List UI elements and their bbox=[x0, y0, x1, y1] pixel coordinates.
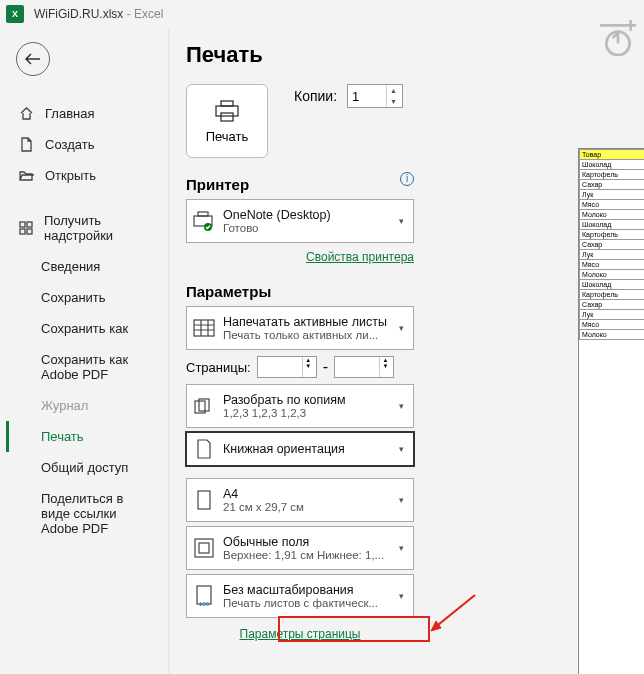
folder-open-icon bbox=[19, 168, 35, 183]
window-title: WiFiGiD.RU.xlsx - Excel bbox=[34, 7, 163, 21]
sidebar-item-save[interactable]: Сохранить bbox=[6, 282, 162, 313]
sidebar-item-saveas[interactable]: Сохранить как bbox=[6, 313, 162, 344]
preview-cell: Шоколад bbox=[580, 280, 645, 290]
preview-cell: Мясо bbox=[580, 320, 645, 330]
printer-properties-link[interactable]: Свойства принтера bbox=[306, 250, 414, 264]
svg-rect-1 bbox=[20, 222, 25, 227]
margins-dropdown[interactable]: Обычные поляВерхнее: 1,91 см Нижнее: 1,.… bbox=[186, 526, 414, 570]
chevron-down-icon: ▾ bbox=[399, 444, 409, 454]
sidebar-item-new[interactable]: Создать bbox=[6, 129, 162, 160]
svg-rect-15 bbox=[195, 539, 213, 557]
copies-up-icon[interactable]: ▲ bbox=[387, 85, 400, 96]
printer-dropdown[interactable]: OneNote (Desktop)Готово ▾ bbox=[186, 199, 414, 243]
preview-cell: Мясо bbox=[580, 200, 645, 210]
chevron-down-icon: ▾ bbox=[399, 216, 409, 226]
preview-cell: Лук bbox=[580, 310, 645, 320]
svg-rect-2 bbox=[27, 222, 32, 227]
svg-rect-16 bbox=[199, 543, 209, 553]
svg-rect-4 bbox=[27, 229, 32, 234]
copies-spinner[interactable]: ▲▼ bbox=[347, 84, 403, 108]
sidebar-item-home[interactable]: Главная bbox=[6, 98, 162, 129]
svg-rect-7 bbox=[221, 113, 233, 121]
chevron-down-icon: ▾ bbox=[399, 495, 409, 505]
preview-cell: Молоко bbox=[580, 330, 645, 340]
paper-icon bbox=[191, 490, 217, 510]
preview-cell: Молоко bbox=[580, 270, 645, 280]
page-setup-link[interactable]: Параметры страницы bbox=[240, 627, 361, 641]
pages-from[interactable]: ▲▼ bbox=[257, 356, 317, 378]
pages-label: Страницы: bbox=[186, 360, 251, 375]
preview-cell: Лук bbox=[580, 190, 645, 200]
scaling-icon: 100 bbox=[191, 585, 217, 607]
sheets-dropdown[interactable]: Напечатать активные листыПечать только а… bbox=[186, 306, 414, 350]
preview-cell: Мясо bbox=[580, 260, 645, 270]
chevron-down-icon: ▾ bbox=[399, 323, 409, 333]
copies-label: Копии: bbox=[294, 88, 337, 104]
sidebar-item-savepdf[interactable]: Сохранить как Adobe PDF bbox=[6, 344, 162, 390]
info-icon[interactable]: i bbox=[400, 172, 414, 186]
svg-rect-14 bbox=[198, 491, 210, 509]
svg-rect-5 bbox=[221, 101, 233, 106]
preview-cell: Картофель bbox=[580, 290, 645, 300]
home-icon bbox=[19, 106, 35, 121]
addins-icon bbox=[19, 221, 34, 236]
page-title: Печать bbox=[186, 42, 632, 68]
svg-text:100: 100 bbox=[199, 601, 210, 607]
copies-input[interactable] bbox=[348, 87, 386, 106]
back-button[interactable] bbox=[16, 42, 50, 76]
sidebar-item-share[interactable]: Общий доступ bbox=[6, 452, 162, 483]
svg-rect-11 bbox=[194, 320, 214, 336]
sidebar-item-info[interactable]: Сведения bbox=[6, 251, 162, 282]
sidebar-item-history: Журнал bbox=[6, 390, 162, 421]
portrait-icon bbox=[191, 439, 217, 459]
svg-rect-9 bbox=[198, 212, 208, 216]
print-button[interactable]: Печать bbox=[186, 84, 268, 158]
sheets-icon bbox=[191, 319, 217, 337]
svg-rect-6 bbox=[216, 106, 238, 116]
sidebar-item-sharelink[interactable]: Поделиться в виде ссылки Adobe PDF bbox=[6, 483, 162, 544]
sidebar-item-open[interactable]: Открыть bbox=[6, 160, 162, 191]
chevron-down-icon: ▾ bbox=[399, 543, 409, 553]
preview-cell: Сахар bbox=[580, 300, 645, 310]
preview-cell: Картофель bbox=[580, 170, 645, 180]
collate-icon bbox=[191, 397, 217, 415]
orientation-dropdown[interactable]: Книжная ориентация ▾ bbox=[186, 432, 414, 466]
preview-cell: Сахар bbox=[580, 180, 645, 190]
printer-icon bbox=[191, 210, 217, 232]
margins-icon bbox=[191, 538, 217, 558]
svg-rect-3 bbox=[20, 229, 25, 234]
excel-badge: X bbox=[6, 5, 24, 23]
preview-cell: Шоколад bbox=[580, 160, 645, 170]
preview-cell: Лук bbox=[580, 250, 645, 260]
sidebar-item-addins[interactable]: Получить надстройки bbox=[6, 205, 162, 251]
scaling-dropdown[interactable]: 100 Без масштабированияПечать листов с ф… bbox=[186, 574, 414, 618]
pages-to[interactable]: ▲▼ bbox=[334, 356, 394, 378]
paper-dropdown[interactable]: A421 см x 29,7 см ▾ bbox=[186, 478, 414, 522]
preview-cell: Шоколад bbox=[580, 220, 645, 230]
print-preview: Товар ШоколадКартофельСахарЛукМясоМолоко… bbox=[578, 148, 644, 674]
chevron-down-icon: ▾ bbox=[399, 591, 409, 601]
chevron-down-icon: ▾ bbox=[399, 401, 409, 411]
preview-cell: Молоко bbox=[580, 210, 645, 220]
params-heading: Параметры bbox=[186, 283, 632, 300]
sidebar-item-print[interactable]: Печать bbox=[6, 421, 162, 452]
preview-cell: Сахар bbox=[580, 240, 645, 250]
new-file-icon bbox=[19, 137, 35, 152]
preview-cell: Картофель bbox=[580, 230, 645, 240]
collate-dropdown[interactable]: Разобрать по копиям1,2,3 1,2,3 1,2,3 ▾ bbox=[186, 384, 414, 428]
copies-down-icon[interactable]: ▼ bbox=[387, 96, 400, 107]
printer-heading: Принтер bbox=[186, 176, 249, 193]
